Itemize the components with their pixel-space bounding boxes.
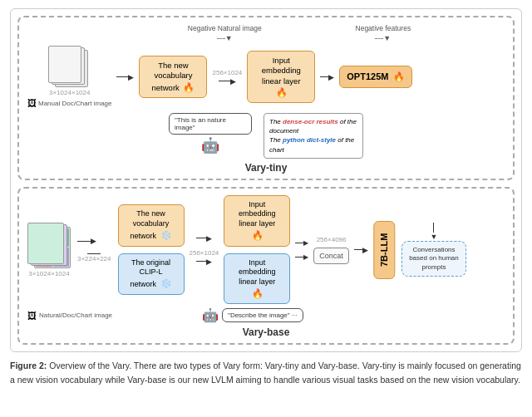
opt125m-node: OPT125M 🔥 (339, 66, 411, 87)
natural-doc-label: Natural/Doc/Chart image (39, 312, 112, 319)
vocab-network-tiny: The new vocabulary network 🔥 (139, 56, 207, 98)
concat-node: Concat (313, 248, 349, 264)
natural-doc-image-stack (27, 223, 71, 268)
embed-linear-tiny: Input embedding linear layer 🔥 (247, 51, 315, 103)
doc-chart-image-stack (48, 46, 88, 87)
vary-base-label: Vary-base (27, 326, 505, 338)
vary-tiny-box: Negative Natural image ▼ Negative featur… (17, 16, 515, 180)
clip-network-base: The original CLIP-L network ❄️ (118, 253, 185, 295)
caption-text: Overview of the Vary. There are two type… (10, 361, 521, 384)
base-dim-3x224: 3×224×224 (77, 255, 111, 262)
dim-256x4096-base: 256×4096 (317, 236, 347, 243)
neg-natural-label: Negative Natural image (188, 24, 262, 32)
vary-base-box: 3×1024×1024 ▶ 3×224×224 (17, 187, 515, 346)
neg-features-label: Negative features (356, 24, 411, 32)
vocab-network-base: The new vocabulary network ❄️ (118, 204, 185, 246)
main-container: Negative Natural image ▼ Negative featur… (0, 0, 532, 395)
figure-caption: Figure 2: Overview of the Vary. There ar… (10, 359, 522, 386)
embed-linear-base-1: Input embedding linear layer 🔥 (224, 195, 290, 247)
diagram-area: Negative Natural image ▼ Negative featur… (10, 8, 522, 352)
ocr-text-block: The dense-ocr results of the document Th… (264, 113, 363, 159)
speech-bubble-tiny: "This is an nature image" (169, 113, 252, 135)
dim-256x1024-tiny: 256×1024 (212, 69, 242, 76)
tiny-dim-label: 3×1024×1024 (49, 89, 90, 96)
base-dim-3x1024: 3×1024×1024 (28, 270, 69, 277)
vary-tiny-label: Vary-tiny (27, 162, 505, 174)
caption-title: Figure 2: (10, 361, 47, 370)
robot-icon-tiny: 🤖 (201, 136, 219, 155)
doc-chart-label: Manual Doc/Chart image (38, 100, 111, 107)
embed-linear-base-2: Input embedding linear layer 🔥 (224, 253, 290, 305)
dim-256x1024-base: 256×1024 (190, 249, 219, 257)
llm-node: 7B-LLM (373, 221, 395, 279)
describe-bubble: "Describe the image" ··· (222, 308, 303, 322)
convo-bubble: Conversations based on human prompts (401, 241, 466, 277)
robot-icon-base: 🤖 (202, 307, 219, 323)
